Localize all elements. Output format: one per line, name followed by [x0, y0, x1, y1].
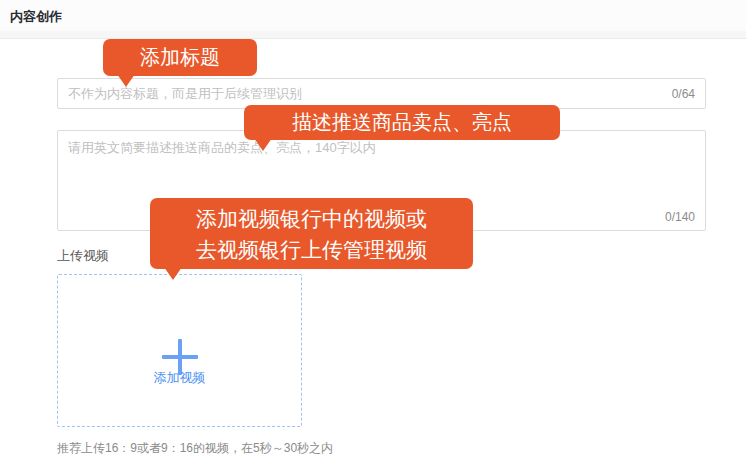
callout-arrow-down-icon: [254, 138, 272, 151]
callout-add-video: 添加视频银行中的视频或 去视频银行上传管理视频: [150, 198, 473, 269]
callout-add-video-line1: 添加视频银行中的视频或: [150, 203, 473, 234]
title-input[interactable]: [58, 86, 672, 101]
upload-video-label: 上传视频: [57, 247, 109, 265]
callout-arrow-down-icon: [164, 267, 182, 280]
content-creation-page: 内容创作 0/64 0/140 上传视频 添加视频 推荐上传16：9或者9：16…: [0, 0, 746, 466]
callout-describe-points: 描述推送商品卖点、亮点: [244, 105, 560, 140]
add-video-text: 添加视频: [58, 369, 301, 387]
callout-arrow-down-icon: [117, 74, 135, 87]
callout-add-video-line2: 去视频银行上传管理视频: [150, 234, 473, 265]
description-textarea[interactable]: [58, 131, 705, 207]
add-video-upload-box[interactable]: 添加视频: [57, 274, 302, 427]
callout-describe-points-text: 描述推送商品卖点、亮点: [292, 111, 512, 133]
upload-hint-text: 推荐上传16：9或者9：16的视频，在5秒～30秒之内: [57, 440, 333, 457]
callout-add-title: 添加标题: [103, 39, 257, 76]
description-char-counter: 0/140: [665, 210, 695, 224]
page-header: 内容创作: [0, 0, 746, 31]
header-divider: [0, 31, 746, 39]
title-char-counter: 0/64: [672, 87, 705, 101]
callout-add-title-text: 添加标题: [140, 46, 220, 68]
page-title: 内容创作: [10, 8, 62, 26]
